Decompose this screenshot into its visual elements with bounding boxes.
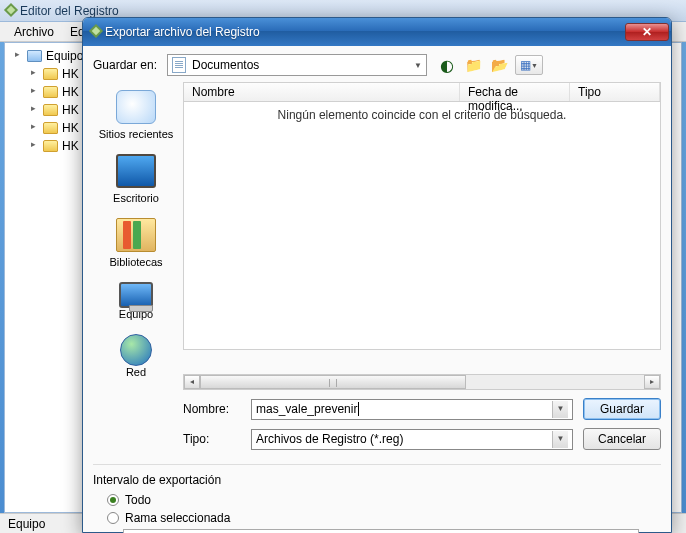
dropdown-arrow-icon[interactable]: ▼ bbox=[552, 401, 568, 418]
desktop-icon bbox=[116, 154, 156, 188]
filename-input[interactable]: mas_vale_prevenir ▼ bbox=[251, 399, 573, 420]
scroll-right-button[interactable]: ▸ bbox=[644, 375, 660, 389]
chevron-right-icon[interactable] bbox=[31, 141, 41, 151]
network-icon bbox=[120, 334, 152, 366]
tree-item-label: HK bbox=[62, 139, 79, 153]
list-body[interactable]: Ningún elemento coincide con el criterio… bbox=[183, 102, 661, 350]
filename-label: Nombre: bbox=[183, 402, 251, 416]
filetype-value: Archivos de Registro (*.reg) bbox=[256, 432, 403, 446]
parent-title: Editor del Registro bbox=[20, 4, 119, 18]
views-button[interactable]: ▦▼ bbox=[515, 55, 543, 75]
radio-all-label: Todo bbox=[125, 493, 151, 507]
chevron-right-icon[interactable] bbox=[31, 87, 41, 97]
views-icon: ▦ bbox=[520, 58, 531, 72]
folder-icon bbox=[43, 86, 58, 98]
dialog-body: Guardar en: Documentos ▼ ◐ 📁 📂 ▦▼ Sitios… bbox=[83, 46, 671, 532]
horizontal-scrollbar[interactable]: ◂ ▸ bbox=[183, 374, 661, 390]
place-label: Escritorio bbox=[93, 192, 179, 204]
up-button[interactable]: 📁 bbox=[463, 55, 483, 75]
savein-value: Documentos bbox=[192, 58, 259, 72]
close-icon: ✕ bbox=[642, 25, 652, 39]
new-folder-button[interactable]: 📂 bbox=[489, 55, 509, 75]
regedit-icon bbox=[89, 24, 105, 40]
col-header-type[interactable]: Tipo bbox=[570, 83, 660, 101]
export-range-label: Intervalo de exportación bbox=[93, 473, 661, 487]
tree-item-label: HK bbox=[62, 121, 79, 135]
folder-icon bbox=[43, 104, 58, 116]
dropdown-arrow-icon: ▼ bbox=[531, 62, 538, 69]
computer-icon bbox=[119, 282, 153, 308]
filetype-label: Tipo: bbox=[183, 432, 251, 446]
tree-item-label: HK bbox=[62, 67, 79, 81]
file-list: Nombre Fecha de modifica... Tipo Ningún … bbox=[183, 82, 661, 370]
tree-item-label: HK bbox=[62, 103, 79, 117]
chevron-right-icon[interactable] bbox=[31, 123, 41, 133]
documents-icon bbox=[172, 57, 186, 73]
separator bbox=[93, 464, 661, 465]
computer-icon bbox=[27, 50, 42, 62]
place-network[interactable]: Red bbox=[93, 334, 179, 378]
place-computer[interactable]: Equipo bbox=[93, 282, 179, 320]
dropdown-arrow-icon[interactable]: ▼ bbox=[552, 431, 568, 448]
new-folder-icon: 📂 bbox=[491, 57, 508, 73]
scroll-thumb[interactable] bbox=[200, 375, 466, 389]
place-desktop[interactable]: Escritorio bbox=[93, 154, 179, 204]
folder-icon bbox=[43, 68, 58, 80]
recent-sites-icon bbox=[116, 90, 156, 124]
dialog-title: Exportar archivo del Registro bbox=[105, 25, 625, 39]
chevron-right-icon[interactable] bbox=[31, 69, 41, 79]
tree-root-label: Equipo bbox=[46, 49, 83, 63]
chevron-down-icon[interactable] bbox=[15, 51, 25, 61]
cancel-button[interactable]: Cancelar bbox=[583, 428, 661, 450]
place-recent[interactable]: Sitios recientes bbox=[93, 90, 179, 140]
dialog-titlebar[interactable]: Exportar archivo del Registro ✕ bbox=[83, 18, 671, 46]
dropdown-arrow-icon[interactable]: ▼ bbox=[414, 61, 422, 70]
tree-item-label: HK bbox=[62, 85, 79, 99]
dialog-toolbar: ◐ 📁 📂 ▦▼ bbox=[437, 55, 543, 75]
export-dialog: Exportar archivo del Registro ✕ Guardar … bbox=[82, 17, 672, 533]
radio-all[interactable]: Todo bbox=[107, 493, 661, 507]
back-button[interactable]: ◐ bbox=[437, 55, 457, 75]
place-label: Bibliotecas bbox=[93, 256, 179, 268]
scroll-left-button[interactable]: ◂ bbox=[184, 375, 200, 389]
radio-branch-label: Rama seleccionada bbox=[125, 511, 230, 525]
filename-value: mas_vale_prevenir bbox=[256, 402, 359, 416]
close-button[interactable]: ✕ bbox=[625, 23, 669, 41]
place-label: Red bbox=[93, 366, 179, 378]
col-header-date[interactable]: Fecha de modifica... bbox=[460, 83, 570, 101]
list-header: Nombre Fecha de modifica... Tipo bbox=[183, 82, 661, 102]
empty-message: Ningún elemento coincide con el criterio… bbox=[278, 108, 567, 122]
branch-path-input[interactable] bbox=[123, 529, 639, 533]
filetype-combo[interactable]: Archivos de Registro (*.reg) ▼ bbox=[251, 429, 573, 450]
place-label: Sitios recientes bbox=[93, 128, 179, 140]
folder-up-icon: 📁 bbox=[465, 57, 482, 73]
folder-icon bbox=[43, 122, 58, 134]
radio-branch[interactable]: Rama seleccionada bbox=[107, 511, 661, 525]
radio-icon[interactable] bbox=[107, 494, 119, 506]
chevron-right-icon[interactable] bbox=[31, 105, 41, 115]
place-libraries[interactable]: Bibliotecas bbox=[93, 218, 179, 268]
grip-icon bbox=[329, 379, 337, 387]
save-button[interactable]: Guardar bbox=[583, 398, 661, 420]
radio-icon[interactable] bbox=[107, 512, 119, 524]
col-header-name[interactable]: Nombre bbox=[184, 83, 460, 101]
savein-label: Guardar en: bbox=[93, 58, 167, 72]
places-bar: Sitios recientes Escritorio Bibliotecas … bbox=[93, 82, 179, 370]
regedit-icon bbox=[4, 3, 20, 19]
scroll-track[interactable] bbox=[200, 375, 644, 389]
libraries-icon bbox=[116, 218, 156, 252]
statusbar-text: Equipo bbox=[8, 517, 45, 531]
back-icon: ◐ bbox=[440, 56, 454, 75]
folder-icon bbox=[43, 140, 58, 152]
savein-combo[interactable]: Documentos ▼ bbox=[167, 54, 427, 76]
menu-file[interactable]: Archivo bbox=[6, 22, 62, 42]
